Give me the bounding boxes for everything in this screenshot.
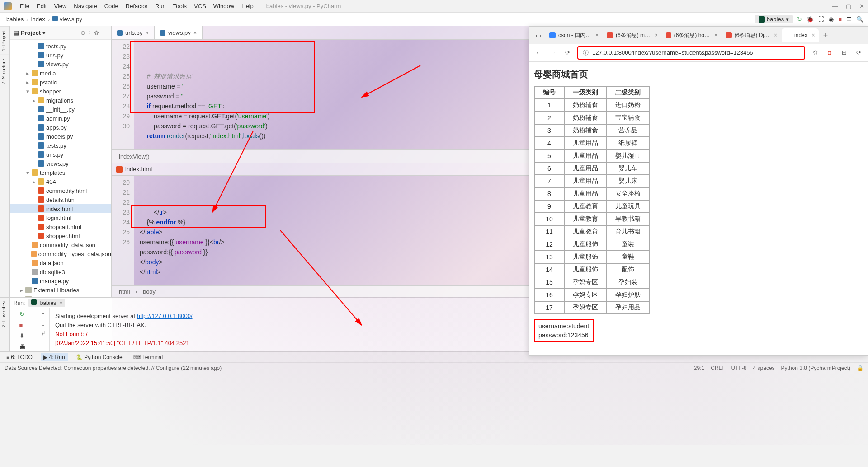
tree-node[interactable]: commodity_types_data.json bbox=[10, 249, 111, 258]
tree-node[interactable]: Scratches and Consoles bbox=[10, 294, 111, 297]
collections-icon[interactable]: ⊞ bbox=[840, 49, 849, 56]
crumb-html[interactable]: html bbox=[119, 288, 130, 295]
status-item[interactable]: 29:1 bbox=[694, 365, 704, 371]
print-icon[interactable]: 🖶 bbox=[19, 343, 28, 351]
menu-window[interactable]: Window bbox=[210, 3, 238, 9]
close-tab-icon[interactable]: × bbox=[812, 32, 815, 38]
tree-node[interactable]: index.html bbox=[10, 204, 111, 213]
tree-node[interactable]: models.py bbox=[10, 132, 111, 141]
crumb-index[interactable]: index bbox=[29, 16, 47, 23]
down-icon[interactable]: ⇓ bbox=[19, 332, 28, 341]
footer-tab[interactable]: ▶ 4: Run bbox=[41, 353, 68, 361]
menu-view[interactable]: View bbox=[50, 3, 70, 9]
stop-icon[interactable]: ■ bbox=[19, 322, 28, 330]
editor-tab-urls.py[interactable]: urls.py× bbox=[112, 26, 155, 39]
browser-tab[interactable]: index× bbox=[782, 28, 819, 42]
maximize-icon[interactable]: ▢ bbox=[846, 3, 851, 9]
close-tab-icon[interactable]: × bbox=[774, 32, 777, 38]
tree-node[interactable]: tests.py bbox=[10, 141, 111, 150]
tree-node[interactable]: urls.py bbox=[10, 150, 111, 159]
run-icon[interactable]: ↻ bbox=[797, 16, 802, 23]
info-icon[interactable]: ⓘ bbox=[583, 49, 589, 57]
debug-icon[interactable]: 🐞 bbox=[807, 16, 814, 23]
tree-node[interactable]: views.py bbox=[10, 60, 111, 69]
project-tool-tab[interactable]: 1: Project bbox=[0, 26, 9, 55]
rerun-icon[interactable]: ↻ bbox=[19, 311, 28, 319]
run-config-selector[interactable]: babies ▾ bbox=[755, 15, 793, 23]
bottom-editor-tab[interactable]: index.html bbox=[125, 166, 152, 173]
tree-node[interactable]: ▸pstatic bbox=[10, 78, 111, 87]
run-config-chip[interactable]: babies × bbox=[28, 299, 65, 307]
crumb-body[interactable]: body bbox=[143, 288, 156, 295]
menu-refactor[interactable]: Refactor bbox=[122, 3, 151, 9]
tree-node[interactable]: admin.py bbox=[10, 114, 111, 123]
search-icon[interactable]: 🔍 bbox=[856, 16, 863, 23]
menu-navigate[interactable]: Navigate bbox=[70, 3, 100, 9]
close-tab-icon[interactable]: × bbox=[145, 29, 149, 36]
tree-node[interactable]: shopper.html bbox=[10, 231, 111, 240]
tree-node[interactable]: ▸migrations bbox=[10, 96, 111, 105]
menu-code[interactable]: Code bbox=[101, 3, 122, 9]
target-icon[interactable]: ⊕ bbox=[80, 29, 85, 36]
chevron-down-icon[interactable]: ▾ bbox=[42, 29, 46, 36]
footer-tab[interactable]: ⌨ Terminal bbox=[131, 353, 165, 361]
gear-icon[interactable]: ✿ bbox=[94, 29, 99, 36]
crumb-babies[interactable]: babies bbox=[5, 16, 25, 23]
tree-node[interactable]: ▸media bbox=[10, 69, 111, 78]
coverage-icon[interactable]: ⛶ bbox=[818, 16, 824, 23]
favorite-icon[interactable]: ✩ bbox=[811, 49, 820, 56]
status-item[interactable]: 🔒 bbox=[857, 365, 863, 371]
menu-edit[interactable]: Edit bbox=[33, 3, 50, 9]
menu-help[interactable]: Help bbox=[238, 3, 257, 9]
structure-tool-tab[interactable]: 7: Structure bbox=[0, 55, 9, 88]
tree-node[interactable]: shopcart.html bbox=[10, 222, 111, 231]
back-icon[interactable]: ← bbox=[534, 49, 543, 56]
up-icon[interactable]: ↑ bbox=[42, 311, 45, 318]
tree-node[interactable]: tests.py bbox=[10, 42, 111, 51]
tree-node[interactable]: manage.py bbox=[10, 276, 111, 285]
collapse-icon[interactable]: ÷ bbox=[88, 29, 91, 36]
tree-node[interactable]: data.json bbox=[10, 258, 111, 267]
tab-list-icon[interactable]: ▭ bbox=[532, 32, 545, 39]
hide-icon[interactable]: — bbox=[102, 29, 108, 36]
project-tree[interactable]: tests.pyurls.pyviews.py▸media▸pstatic▾sh… bbox=[10, 40, 111, 297]
profile-icon[interactable]: ◉ bbox=[829, 16, 834, 23]
tree-node[interactable]: views.py bbox=[10, 159, 111, 168]
close-tab-icon[interactable]: × bbox=[595, 32, 599, 38]
close-run-icon[interactable]: × bbox=[59, 300, 62, 306]
close-icon[interactable]: ✕ bbox=[859, 3, 864, 9]
reload-icon[interactable]: ⟳ bbox=[563, 49, 572, 56]
browser-tab[interactable]: csdn - 国内…× bbox=[546, 28, 602, 42]
crumb-views.py[interactable]: views.py bbox=[51, 16, 84, 23]
footer-tab[interactable]: ≡ 6: TODO bbox=[4, 353, 35, 361]
down2-icon[interactable]: ↓ bbox=[42, 320, 45, 327]
close-tab-icon[interactable]: × bbox=[193, 29, 197, 36]
tree-node[interactable]: ▸404 bbox=[10, 177, 111, 186]
browser-tab[interactable]: (6条消息) ho…× bbox=[662, 28, 721, 42]
browser-tab[interactable]: (6条消息) Dj…× bbox=[722, 28, 781, 42]
browser-tab[interactable]: (6条消息) m…× bbox=[603, 28, 661, 42]
menu-vcs[interactable]: VCS bbox=[190, 3, 210, 9]
sync-icon[interactable]: ⟳ bbox=[854, 49, 863, 56]
close-tab-icon[interactable]: × bbox=[655, 32, 658, 38]
tree-node[interactable]: details.html bbox=[10, 195, 111, 204]
tree-node[interactable]: ▸External Libraries bbox=[10, 285, 111, 294]
tree-node[interactable]: apps.py bbox=[10, 123, 111, 132]
menu-tools[interactable]: Tools bbox=[170, 3, 190, 9]
adblock-icon[interactable]: ◘ bbox=[825, 49, 834, 56]
tree-node[interactable]: db.sqlite3 bbox=[10, 267, 111, 276]
favorites-tool-tab[interactable]: 2: Favorites bbox=[0, 298, 9, 331]
menu-run[interactable]: Run bbox=[151, 3, 170, 9]
tree-node[interactable]: login.html bbox=[10, 213, 111, 222]
status-item[interactable]: Python 3.8 (PycharmProject) bbox=[781, 365, 850, 371]
footer-tab[interactable]: 🐍 Python Console bbox=[73, 353, 125, 361]
tree-node[interactable]: urls.py bbox=[10, 51, 111, 60]
status-item[interactable]: 4 spaces bbox=[753, 365, 775, 371]
new-tab-icon[interactable]: + bbox=[820, 31, 832, 40]
tree-node[interactable]: ▾shopper bbox=[10, 87, 111, 96]
wrap-icon[interactable]: ↲ bbox=[41, 330, 46, 336]
close-tab-icon[interactable]: × bbox=[714, 32, 717, 38]
address-bar[interactable]: ⓘ 127.0.0.1:8000/index/?username=student… bbox=[577, 46, 805, 60]
structure-icon[interactable]: ☰ bbox=[846, 16, 852, 23]
tree-node[interactable]: commodity_data.json bbox=[10, 240, 111, 249]
